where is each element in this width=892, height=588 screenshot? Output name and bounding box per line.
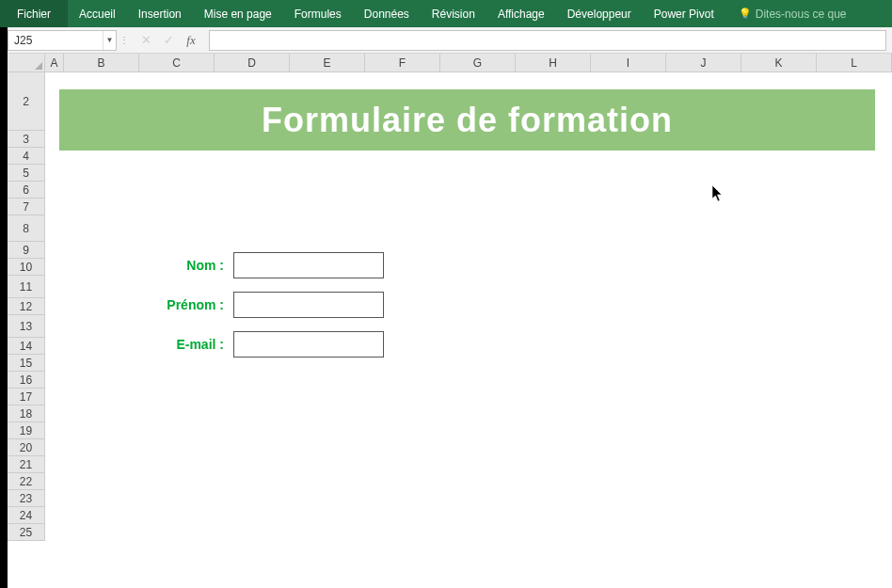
row-header-23[interactable]: 23 — [8, 490, 45, 507]
form-title-banner: Formulaire de formation — [59, 89, 875, 151]
tell-me-placeholder: Dites-nous ce que — [756, 8, 847, 21]
ribbon-tab-power-pivot[interactable]: Power Pivot — [643, 0, 725, 27]
row-header-7[interactable]: 7 — [8, 199, 45, 215]
form-row-nom: Nom : — [59, 252, 384, 278]
row-header-12[interactable]: 12 — [8, 298, 45, 315]
form-area: Nom : Prénom : E-mail : — [59, 151, 875, 588]
row-header-21[interactable]: 21 — [8, 456, 45, 473]
formula-input[interactable] — [209, 30, 886, 51]
input-nom[interactable] — [233, 252, 384, 278]
row-header-17[interactable]: 17 — [8, 389, 45, 405]
lightbulb-icon: 💡 — [739, 8, 752, 20]
row-header-8[interactable]: 8 — [8, 215, 45, 242]
ribbon-tab-insertion[interactable]: Insertion — [127, 0, 193, 27]
col-header-A[interactable]: A — [45, 54, 64, 72]
col-header-C[interactable]: C — [139, 54, 215, 72]
sheet-body[interactable]: Formulaire de formation Nom : Prénom : E… — [45, 72, 892, 588]
row-header-18[interactable]: 18 — [8, 405, 45, 422]
col-header-D[interactable]: D — [215, 54, 290, 72]
row-header-5[interactable]: 5 — [8, 165, 45, 182]
row-header-6[interactable]: 6 — [8, 182, 45, 199]
column-headers: ABCDEFGHIJKL — [45, 54, 892, 72]
window-left-edge — [0, 27, 8, 588]
row-header-14[interactable]: 14 — [8, 338, 45, 355]
confirm-icon[interactable]: ✓ — [158, 31, 179, 50]
col-header-E[interactable]: E — [290, 54, 365, 72]
name-box-value: J25 — [8, 34, 103, 47]
formula-bar-row: J25 ▼ ⋮ ✕ ✓ fx — [0, 27, 892, 54]
form-row-prenom: Prénom : — [59, 292, 384, 318]
row-header-19[interactable]: 19 — [8, 422, 45, 439]
ribbon-tab-developpeur[interactable]: Développeur — [556, 0, 643, 27]
separator-dots: ⋮ — [117, 35, 132, 45]
ribbon-tab-formules[interactable]: Formules — [283, 0, 353, 27]
row-header-2[interactable]: 2 — [8, 72, 45, 131]
row-header-3[interactable]: 3 — [8, 131, 45, 148]
fx-icon[interactable]: fx — [181, 31, 201, 50]
row-header-22[interactable]: 22 — [8, 473, 45, 490]
name-box[interactable]: J25 ▼ — [8, 30, 117, 51]
col-header-L[interactable]: L — [817, 54, 892, 72]
col-header-H[interactable]: H — [516, 54, 591, 72]
row-header-10[interactable]: 10 — [8, 259, 45, 276]
cancel-icon[interactable]: ✕ — [135, 31, 156, 50]
row-header-13[interactable]: 13 — [8, 315, 45, 338]
row-header-11[interactable]: 11 — [8, 276, 45, 298]
ribbon-tab-revision[interactable]: Révision — [421, 0, 486, 27]
ribbon-tab-mise-en-page[interactable]: Mise en page — [193, 0, 283, 27]
tell-me-search[interactable]: 💡 Dites-nous ce que — [733, 0, 892, 27]
row-header-20[interactable]: 20 — [8, 439, 45, 456]
col-header-I[interactable]: I — [591, 54, 666, 72]
ribbon-tab-file[interactable]: Fichier — [0, 0, 68, 27]
row-header-15[interactable]: 15 — [8, 355, 45, 372]
col-header-J[interactable]: J — [666, 54, 741, 72]
col-header-F[interactable]: F — [365, 54, 440, 72]
ribbon-tab-affichage[interactable]: Affichage — [486, 0, 556, 27]
ribbon-tab-accueil[interactable]: Accueil — [68, 0, 127, 27]
select-all-triangle[interactable] — [8, 54, 45, 72]
col-header-B[interactable]: B — [64, 54, 139, 72]
label-nom: Nom : — [59, 258, 233, 273]
input-email[interactable] — [233, 331, 384, 358]
input-prenom[interactable] — [233, 292, 384, 318]
label-prenom: Prénom : — [59, 297, 233, 312]
form-row-email: E-mail : — [59, 331, 384, 358]
ribbon-tab-donnees[interactable]: Données — [353, 0, 421, 27]
name-box-dropdown-icon[interactable]: ▼ — [103, 31, 116, 50]
row-header-24[interactable]: 24 — [8, 507, 45, 524]
row-header-25[interactable]: 25 — [8, 524, 45, 541]
label-email: E-mail : — [59, 337, 233, 352]
row-header-16[interactable]: 16 — [8, 372, 45, 389]
col-header-K[interactable]: K — [741, 54, 817, 72]
row-header-4[interactable]: 4 — [8, 148, 45, 165]
row-headers: 2345678910111213141516171819202122232425 — [8, 72, 45, 588]
ribbon: Fichier Accueil Insertion Mise en page F… — [0, 0, 892, 27]
formula-bar-buttons: ✕ ✓ fx — [132, 31, 205, 50]
col-header-G[interactable]: G — [440, 54, 516, 72]
spreadsheet-grid: ABCDEFGHIJKL 234567891011121314151617181… — [8, 54, 892, 588]
form-title: Formulaire de formation — [262, 101, 673, 140]
row-header-9[interactable]: 9 — [8, 242, 45, 259]
